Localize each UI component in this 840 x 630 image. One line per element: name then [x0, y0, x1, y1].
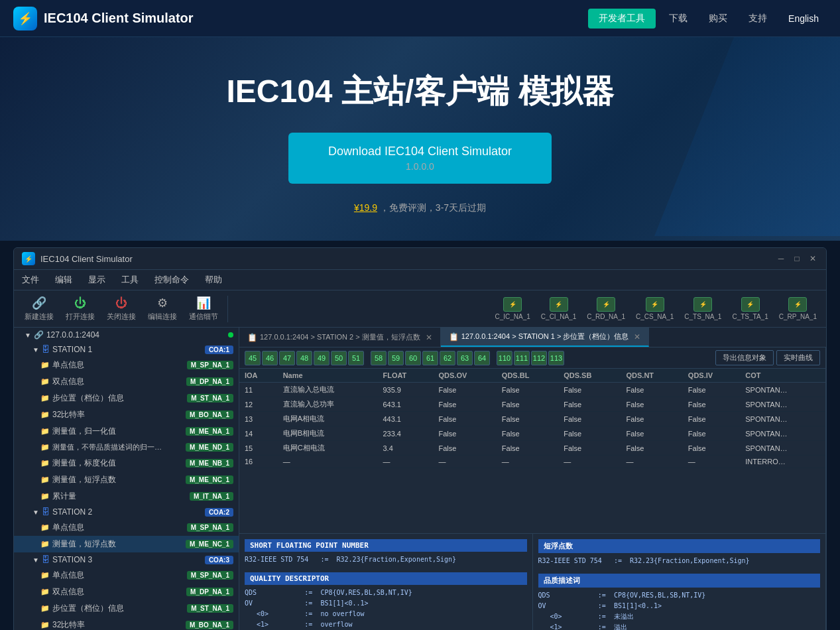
st-s3-badge: M_ST_NA_1 — [187, 604, 233, 613]
num-btn-45[interactable]: 45 — [245, 351, 261, 365]
export-objects-button[interactable]: 导出信息对象 — [715, 350, 774, 365]
folder-s3-2: 📁 — [40, 588, 50, 596]
col-qds-nt: QDS.NT — [621, 369, 683, 383]
c-ci-na1-button[interactable]: ⚡ C_CI_NA_1 — [537, 296, 580, 322]
num-btn-48[interactable]: 48 — [296, 351, 312, 365]
quality-desc-cn-line: OV := BS1[1]<0..1> — [538, 601, 821, 611]
table-cell: — — [621, 456, 683, 468]
sidebar-me-nc1-s2[interactable]: 📁 测量值，短浮点数 M_ME_NC_1 — [14, 536, 239, 552]
st-s3-label: 步位置（档位）信息 — [52, 603, 124, 614]
edit-connection-button[interactable]: ⚙ 编辑连接 — [143, 293, 182, 324]
c-cs-na1-label: C_CS_NA_1 — [636, 313, 674, 320]
tab1-close[interactable]: ✕ — [426, 333, 432, 342]
c-ic-na1-button[interactable]: ⚡ C_IC_NA_1 — [491, 296, 534, 322]
open-connection-button[interactable]: ⏻ 打开连接 — [60, 294, 100, 324]
maximize-button[interactable]: □ — [792, 253, 802, 264]
sidebar-st-s3[interactable]: 📁 步位置（档位）信息 M_ST_NA_1 — [14, 600, 239, 617]
download-btn-line1: Download IEC104 Client Simulator — [328, 145, 512, 158]
num-btn-112[interactable]: 112 — [531, 351, 547, 365]
minimize-button[interactable]: ─ — [776, 253, 786, 264]
table-cell: False — [621, 441, 683, 456]
c-cs-na1-button[interactable]: ⚡ C_CS_NA_1 — [632, 296, 678, 322]
download-button[interactable]: Download IEC104 Client Simulator 1.0.0.0 — [288, 133, 552, 184]
c-rp-na1-button[interactable]: ⚡ C_RP_NA_1 — [775, 296, 821, 322]
c-ts-na1-label: C_TS_NA_1 — [684, 313, 721, 320]
me-nc1-s2-badge: M_ME_NC_1 — [186, 540, 233, 548]
language-button[interactable]: English — [780, 9, 827, 28]
c-ts-ta1-button[interactable]: ⚡ C_TS_TA_1 — [728, 296, 772, 322]
tab2-close[interactable]: ✕ — [634, 332, 640, 342]
sidebar-me-na1[interactable]: 📁 测量值，归一化值 M_ME_NA_1 — [14, 423, 239, 440]
c-rd-na1-icon: ⚡ — [597, 297, 615, 312]
table-cell: 3.4 — [377, 441, 433, 456]
download-link[interactable]: 下载 — [661, 9, 695, 29]
sidebar-me-nc1-s1[interactable]: 📁 测量值，短浮点数 M_ME_NC_1 — [14, 472, 239, 488]
menu-tools[interactable]: 工具 — [119, 273, 141, 287]
num-btn-113[interactable]: 113 — [548, 351, 564, 365]
buy-link[interactable]: 购买 — [701, 9, 735, 29]
sidebar-connection[interactable]: ▼ 🔗 127.0.0.1:2404 — [14, 328, 239, 342]
c-rp-na1-icon: ⚡ — [788, 297, 807, 312]
menu-view[interactable]: 显示 — [86, 273, 108, 287]
folder-icon1: 📁 — [40, 361, 50, 369]
c-ts-na1-button[interactable]: ⚡ C_TS_NA_1 — [680, 296, 725, 322]
num-btn-111[interactable]: 111 — [514, 351, 530, 365]
table-cell: False — [683, 412, 740, 426]
menu-file[interactable]: 文件 — [19, 273, 42, 287]
sidebar-station3[interactable]: ▼ 🗄 STATION 3 COA:3 — [14, 552, 239, 567]
menu-help[interactable]: 帮助 — [202, 273, 225, 287]
station2-coa-badge: COA:2 — [205, 508, 233, 517]
sidebar-sp-na1-s2[interactable]: 📁 单点信息 M_SP_NA_1 — [14, 519, 239, 536]
c-rd-na1-button[interactable]: ⚡ C_RD_NA_1 — [583, 296, 629, 322]
sidebar-station2[interactable]: ▼ 🗄 STATION 2 COA:2 — [14, 505, 239, 519]
arrow-down-icon4: ▼ — [32, 556, 39, 564]
sidebar-bo-na1[interactable]: 📁 32比特率 M_BO_NA_1 — [14, 407, 239, 423]
col-qds-ov: QDS.OV — [434, 369, 497, 383]
sidebar-me-nb1[interactable]: 📁 测量值，标度化值 M_ME_NB_1 — [14, 455, 239, 472]
num-btn-46[interactable]: 46 — [262, 351, 278, 365]
num-btn-63[interactable]: 63 — [457, 351, 473, 365]
num-btn-49[interactable]: 49 — [314, 351, 330, 365]
sidebar-dp-s3[interactable]: 📁 双点信息 M_DP_NA_1 — [14, 584, 239, 600]
menu-edit[interactable]: 编辑 — [52, 273, 75, 287]
me-nd1-badge: M_ME_ND_1 — [186, 443, 233, 452]
sidebar-me-nd1[interactable]: 📁 测量值，不带品质描述词的归一… M_ME_ND_1 — [14, 440, 239, 455]
num-btn-62[interactable]: 62 — [440, 351, 455, 365]
num-btn-50[interactable]: 50 — [331, 351, 347, 365]
support-link[interactable]: 支持 — [741, 9, 775, 29]
num-btn-47[interactable]: 47 — [279, 351, 295, 365]
menu-control[interactable]: 控制命令 — [152, 273, 192, 287]
num-btn-51[interactable]: 51 — [348, 351, 364, 365]
realtime-curve-button[interactable]: 实时曲线 — [776, 350, 820, 365]
num-btn-64[interactable]: 64 — [474, 351, 490, 365]
dp-na1-label: 双点信息 — [52, 376, 84, 387]
sidebar-bo-s3[interactable]: 📁 32比特率 M_BO_NA_1 — [14, 617, 239, 630]
close-connection-button[interactable]: ⏻ 关闭连接 — [101, 294, 141, 324]
num-btn-110[interactable]: 110 — [497, 351, 512, 365]
sidebar-sp-na1[interactable]: 📁 单点信息 M_SP_NA_1 — [14, 357, 239, 373]
sidebar-station1[interactable]: ▼ 🗄 STATION 1 COA:1 — [14, 342, 239, 357]
sidebar-st-na1[interactable]: 📁 步位置（档位）信息 M_ST_NA_1 — [14, 390, 239, 407]
left-tab-panel: 45 46 47 48 49 50 51 58 59 60 61 62 63 — [239, 347, 826, 630]
quality-desc-cn-line: <0> := 未溢出 — [538, 611, 821, 622]
nav-links: 开发者工具 下载 购买 支持 English — [588, 9, 827, 29]
table-cell: SPONTAN… — [740, 441, 825, 456]
station3-label: STATION 3 — [52, 555, 92, 564]
new-connection-button[interactable]: 🔗 新建连接 — [19, 293, 59, 324]
download-btn-line2: 1.0.0.0 — [328, 161, 512, 172]
sidebar-dp-na1[interactable]: 📁 双点信息 M_DP_NA_1 — [14, 373, 239, 390]
close-button[interactable]: ✕ — [808, 253, 818, 264]
sidebar-sp-s3[interactable]: 📁 单点信息 M_SP_NA_1 — [14, 567, 239, 584]
me-nc1-s2-label: 测量值，短浮点数 — [52, 538, 116, 550]
tab-station2-float[interactable]: 📋 127.0.0.1:2404 > STATION 2 > 测量值，短浮点数 … — [239, 328, 441, 347]
comm-detail-button[interactable]: 📊 通信细节 — [184, 293, 223, 324]
num-btn-60[interactable]: 60 — [405, 351, 421, 365]
num-btn-59[interactable]: 59 — [388, 351, 404, 365]
num-btn-61[interactable]: 61 — [422, 351, 438, 365]
dev-tools-button[interactable]: 开发者工具 — [588, 9, 656, 29]
price-link[interactable]: ¥19.9 — [354, 202, 377, 213]
tab-station1-step[interactable]: 📋 127.0.0.1:2404 > STATION 1 > 步位置（档位）信息… — [441, 328, 650, 347]
sidebar-it-na1-s1[interactable]: 📁 累计量 M_IT_NA_1 — [14, 488, 239, 505]
table-cell: False — [558, 426, 621, 441]
num-btn-58[interactable]: 58 — [371, 351, 387, 365]
